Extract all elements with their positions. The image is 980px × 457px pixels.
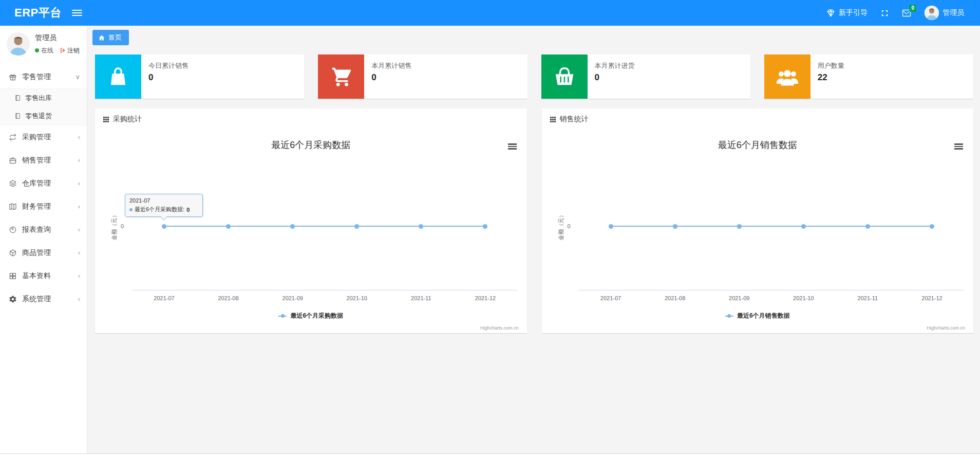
sidebar-item-retail[interactable]: 零售管理 ∨ [0, 65, 87, 88]
sidebar-item-sales[interactable]: 销售管理 ‹ [0, 149, 87, 172]
stat-cards-row: 今日累计销售 0 本月累计销售 0 [95, 54, 973, 99]
series-marker-icon [129, 208, 133, 211]
messages-badge: 0 [909, 5, 916, 12]
x-axis-tick: 2021-11 [411, 295, 431, 301]
chart-tooltip: 2021-07 最近6个月采购数据: 0 [125, 194, 203, 217]
y-axis-title: 金额（元） [110, 212, 118, 241]
chart-panels-row: 采购统计 最近6个月采购数据 金额（元） 0 [95, 108, 973, 333]
sidebar-menu: 零售管理 ∨ 零售出库 零售退货 [0, 65, 87, 310]
y-axis-tick: 0 [121, 223, 124, 229]
chevron-left-icon: ‹ [78, 296, 80, 302]
tooltip-value: 0 [186, 207, 190, 213]
x-axis-tick: 2021-07 [154, 295, 174, 301]
x-axis-tick: 2021-10 [347, 295, 367, 301]
purchase-stats-panel: 采购统计 最近6个月采购数据 金额（元） 0 [95, 108, 527, 333]
sidebar-user-name: 管理员 [35, 33, 80, 43]
stat-card-month-sales[interactable]: 本月累计销售 0 [318, 54, 527, 99]
user-name: 管理员 [943, 8, 964, 17]
legend-marker-icon [725, 314, 733, 318]
x-axis-tick: 2021-10 [793, 295, 814, 301]
brand-logo[interactable]: ERP平台 [0, 5, 62, 21]
guide-menu-item[interactable]: 新手引导 [820, 0, 874, 26]
chart-legend[interactable]: 最近6个月销售数据 [549, 312, 967, 320]
data-point[interactable] [609, 224, 613, 229]
online-status-dot [35, 48, 39, 52]
fullscreen-button[interactable] [874, 0, 895, 26]
highcharts-credits-link[interactable]: Highcharts.com.cn [927, 325, 965, 331]
x-axis-tick: 2021-12 [921, 295, 942, 301]
sidebar-item-products[interactable]: 商品管理 ‹ [0, 241, 87, 264]
tooltip-header: 2021-07 [129, 197, 198, 204]
data-point[interactable] [354, 224, 359, 229]
fullscreen-icon [881, 9, 889, 17]
sidebar-item-warehouse[interactable]: 仓库管理 ‹ [0, 172, 87, 195]
users-icon [764, 54, 811, 99]
x-axis-line [579, 290, 965, 290]
data-point[interactable] [930, 224, 934, 229]
stat-card-month-purchases[interactable]: 本月累计进货 0 [541, 54, 750, 99]
chevron-left-icon: ‹ [78, 226, 80, 233]
stat-card-value: 22 [818, 72, 844, 83]
stat-card-user-count[interactable]: 用户数量 22 [764, 54, 973, 99]
sidebar-item-retail-outbound[interactable]: 零售出库 [0, 89, 87, 107]
chart-legend[interactable]: 最近6个月采购数据 [102, 312, 520, 320]
chevron-left-icon: ‹ [78, 203, 80, 210]
sidebar-item-purchase[interactable]: 采购管理 ‹ [0, 125, 87, 149]
messages-menu-item[interactable]: 0 [895, 0, 918, 26]
book-icon [9, 203, 17, 211]
sidebar-item-reports[interactable]: 报表查询 ‹ [0, 218, 87, 241]
chevron-left-icon: ‹ [78, 272, 80, 279]
x-axis-tick: 2021-07 [600, 295, 621, 301]
sidebar-item-retail-return[interactable]: 零售退货 [0, 107, 87, 125]
grid-icon [9, 272, 17, 280]
sign-out-icon [60, 47, 66, 53]
panel-header: 销售统计 [542, 108, 974, 128]
highcharts-credits-link[interactable]: Highcharts.com.cn [480, 325, 519, 331]
sidebar-toggle-button[interactable] [72, 8, 82, 17]
tooltip-arrow [160, 216, 167, 221]
x-axis-line [132, 290, 518, 290]
data-point[interactable] [290, 224, 295, 229]
retail-submenu: 零售出库 零售退货 [0, 88, 87, 125]
stat-card-title: 本月累计销售 [371, 61, 411, 70]
navbar-right: 新手引导 0 [820, 0, 980, 26]
data-point[interactable] [737, 224, 742, 229]
erp-app: ERP平台 新手引导 [0, 0, 980, 457]
x-axis-tick: 2021-11 [858, 295, 878, 301]
data-point[interactable] [673, 224, 677, 229]
shopping-bag-icon [95, 54, 141, 99]
data-point[interactable] [865, 224, 870, 229]
sidebar-item-finance[interactable]: 财务管理 ‹ [0, 195, 87, 218]
th-grid-icon [103, 117, 109, 122]
stat-card-today-sales[interactable]: 今日累计销售 0 [95, 54, 304, 99]
data-point[interactable] [801, 224, 806, 229]
data-point[interactable] [162, 224, 166, 229]
gift-icon [9, 73, 17, 81]
logout-link[interactable]: 注销 [60, 46, 80, 55]
plot-area: 2021-07 2021-08 2021-09 2021-10 2021-11 … [579, 128, 965, 332]
sidebar-item-basic-data[interactable]: 基本资料 ‹ [0, 264, 87, 287]
tab-home[interactable]: 首页 [92, 30, 129, 45]
briefcase-icon [9, 156, 17, 164]
y-axis-title: 金额（元） [557, 212, 564, 241]
x-axis-tick: 2021-09 [282, 295, 303, 301]
data-point[interactable] [483, 224, 487, 229]
x-axis-tick: 2021-08 [218, 295, 238, 301]
plot-area: 2021-07 2021-08 2021-09 2021-10 2021-11 … [132, 128, 518, 332]
data-point[interactable] [226, 224, 231, 229]
gear-icon [9, 295, 17, 303]
stat-card-value: 0 [371, 72, 411, 83]
user-menu[interactable]: 管理员 [918, 0, 971, 26]
pie-chart-icon [9, 226, 17, 234]
sales-chart: 最近6个月销售数据 金额（元） 0 2021-07 2021 [549, 128, 967, 332]
stat-card-value: 0 [595, 72, 635, 83]
purchase-chart: 最近6个月采购数据 金额（元） 0 2021-07 2021 [102, 128, 520, 332]
th-grid-icon [550, 117, 556, 122]
chevron-down-icon: ∨ [75, 74, 80, 80]
sidebar-user-panel: 管理员 在线 注销 [0, 26, 87, 62]
main-content: 首页 今日累计销售 0 [87, 26, 980, 453]
data-point[interactable] [419, 224, 423, 229]
sidebar-item-system[interactable]: 系统管理 ‹ [0, 287, 87, 310]
footer-strip [0, 453, 980, 457]
online-status-label: 在线 [41, 46, 53, 55]
